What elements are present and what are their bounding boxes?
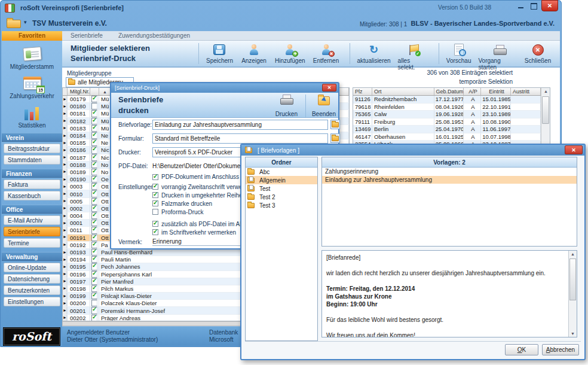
folder-icon: [68, 80, 75, 85]
folder-list-item[interactable]: Test 3: [246, 201, 317, 209]
select-all-button[interactable]: alles selekt.: [398, 43, 429, 71]
scrollbar-thumb[interactable]: [542, 96, 549, 124]
close-icon[interactable]: [541, 0, 558, 11]
row-checkbox[interactable]: [91, 249, 97, 256]
row-checkbox[interactable]: [91, 256, 97, 263]
section-finanzen-items: FakturaKassenbuch: [2, 180, 62, 200]
row-checkbox[interactable]: [91, 103, 97, 110]
sidebar-item-mitgliederstamm[interactable]: Mitgliederstamm: [2, 46, 62, 70]
row-checkbox[interactable]: [91, 212, 97, 219]
browse-template-button[interactable]: [330, 120, 340, 129]
row-checkbox[interactable]: [91, 169, 97, 175]
sidebar-item[interactable]: Termine: [4, 238, 60, 248]
end-button[interactable]: Beenden: [305, 95, 336, 117]
show-member-button[interactable]: Anzeigen: [240, 43, 268, 64]
template-list-item[interactable]: Zahlungserinnerung: [322, 168, 577, 176]
row-checkbox[interactable]: [91, 190, 97, 197]
row-checkbox[interactable]: [91, 300, 97, 306]
folder-list-item[interactable]: Allgemein: [246, 176, 317, 184]
selected-row-marker: [63, 96, 67, 102]
table-row[interactable]: 13469 Berlin 25.04.1970 A 11.06.1997: [353, 126, 541, 133]
form-field[interactable]: [152, 133, 328, 144]
checkbox-icon: [152, 184, 158, 190]
folder-icon: [247, 203, 255, 208]
row-checkbox[interactable]: [91, 132, 97, 139]
template-field[interactable]: [152, 120, 328, 130]
template-list-item[interactable]: Einladung zur Jahreshauptversammlung: [322, 176, 577, 184]
sidebar-item[interactable]: Einstellungen: [4, 297, 60, 306]
row-checkbox[interactable]: [91, 147, 97, 153]
row-checkbox[interactable]: [91, 96, 97, 102]
row-checkbox[interactable]: [91, 242, 97, 248]
refresh-button[interactable]: aktualisieren: [350, 43, 391, 64]
close-icon[interactable]: [322, 84, 336, 92]
table-row[interactable]: 79618 Rheinfelden 08.04.1926 A 22.10.199…: [353, 104, 541, 111]
browse-form-button[interactable]: [330, 133, 340, 143]
row-checkbox[interactable]: [91, 125, 97, 132]
tab-serienbriefe[interactable]: Serienbriefe: [71, 32, 103, 39]
row-checkbox[interactable]: [91, 315, 97, 321]
sidebar-item[interactable]: Online-Update: [4, 263, 60, 272]
sidebar-item[interactable]: Datensicherung: [4, 274, 60, 284]
row-checkbox[interactable]: [91, 139, 97, 146]
chevron-down-icon[interactable]: [24, 19, 27, 25]
table-row[interactable]: 79111 Freiburg 25.08.1953 A 10.08.1990: [353, 118, 541, 126]
section-header-verein: Verein: [2, 133, 62, 142]
sidebar-item[interactable]: Benutzerkonten: [4, 285, 60, 295]
row-checkbox[interactable]: [91, 235, 97, 241]
row-checkbox[interactable]: [91, 205, 97, 212]
print-dialog-header: Serienbriefe drucken Drucken Beenden: [111, 93, 338, 118]
statistics-icon: [24, 105, 40, 120]
folder-list-item[interactable]: Test: [246, 184, 317, 193]
sidebar-item[interactable]: Faktura: [4, 180, 60, 189]
sidebar-item[interactable]: Beitragsstruktur: [4, 144, 60, 153]
section-verwaltung-items: Online-UpdateDatensicherungBenutzerkonte…: [2, 263, 62, 306]
row-checkbox[interactable]: [91, 183, 97, 190]
table-row[interactable]: 46147 Oberhausen 16.01.1925 A 10.07.1998: [353, 133, 541, 141]
sidebar-item[interactable]: E-Mail Archiv: [4, 215, 60, 225]
close-view-button[interactable]: Schließen: [524, 43, 552, 64]
sidebar-item[interactable]: Serienbriefe: [4, 227, 60, 236]
row-checkbox[interactable]: [91, 293, 97, 299]
table-row[interactable]: 91126 Rednitzhembach 17.12.1977 A 15.01.…: [353, 96, 541, 104]
org-folder-icon[interactable]: [7, 20, 21, 28]
row-checkbox[interactable]: [91, 307, 97, 314]
save-button[interactable]: Speichern: [198, 43, 233, 64]
start-process-button[interactable]: Vorgang starten: [478, 43, 520, 71]
remove-member-button[interactable]: Entfernen: [313, 43, 340, 64]
print-button[interactable]: Drucken: [275, 95, 298, 117]
maximize-icon[interactable]: [528, 0, 539, 11]
table-row[interactable]: 75365 Calw 19.06.1928 A 23.10.1989: [353, 111, 541, 118]
row-checkbox[interactable]: [91, 176, 97, 182]
row-checkbox[interactable]: [91, 220, 97, 226]
row-checkbox[interactable]: [91, 285, 97, 292]
preview-button[interactable]: Vorschau: [439, 43, 471, 64]
row-checkbox[interactable]: [91, 271, 97, 278]
preview-scrollbar[interactable]: [568, 251, 577, 337]
row-checkbox[interactable]: [91, 118, 97, 124]
row-checkbox[interactable]: [91, 198, 97, 205]
sidebar-item-label: Statistiken: [18, 122, 45, 129]
members-count: Mitglieder: 308 | 1: [360, 21, 407, 28]
row-checkbox[interactable]: [91, 278, 97, 285]
row-checkbox[interactable]: [91, 154, 97, 161]
tab-zuwendungsbestaetigungen[interactable]: Zuwendungsbestätigungen: [118, 32, 190, 39]
folder-list-item[interactable]: Test 2: [246, 193, 317, 201]
row-checkbox[interactable]: [91, 162, 97, 168]
sidebar-item[interactable]: Kassenbuch: [4, 191, 60, 200]
close-icon[interactable]: [565, 145, 583, 154]
sidebar-item-zahlungsverkehr[interactable]: 15 Zahlungsverkehr: [2, 75, 62, 99]
folder-list-item[interactable]: Abc: [246, 168, 317, 176]
row-checkbox[interactable]: [91, 110, 97, 117]
sidebar-item-statistiken[interactable]: Statistiken: [2, 105, 62, 129]
scrollbar-thumb[interactable]: [569, 258, 576, 300]
cancel-button[interactable]: Abbrechen: [542, 344, 579, 355]
row-checkbox[interactable]: [91, 227, 97, 233]
detail-table-header[interactable]: Plz Ort Geb.Datum A/P Eintritt Austritt: [353, 88, 541, 96]
add-member-button[interactable]: Hinzufügen: [275, 43, 305, 64]
sidebar-item[interactable]: Stammdaten: [4, 155, 60, 165]
minimize-icon[interactable]: [515, 0, 526, 11]
row-checkbox[interactable]: [91, 263, 97, 270]
ok-button[interactable]: OK: [505, 344, 538, 355]
page-title: Mitglieder selektieren Serienbrief-Druck: [71, 43, 150, 63]
